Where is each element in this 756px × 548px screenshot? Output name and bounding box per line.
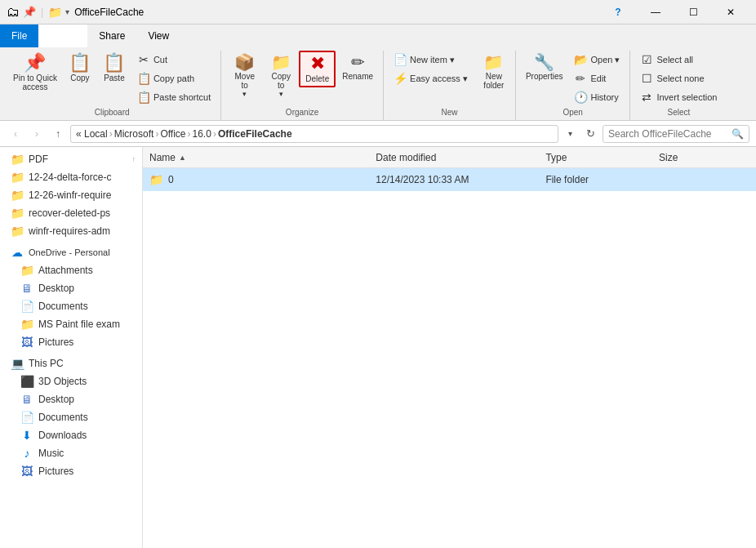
select-all-icon: ☑ (640, 53, 653, 66)
sidebar-item-winfr[interactable]: 📁 12-26-winfr-require (0, 186, 142, 204)
forward-button[interactable]: › (28, 125, 46, 143)
file-name: 0 (168, 174, 174, 185)
sidebar-item-recover[interactable]: 📁 recover-deleted-ps (0, 204, 142, 222)
paste-shortcut-button[interactable]: 📋 Paste shortcut (132, 88, 216, 106)
properties-icon: 🔧 (534, 54, 554, 70)
up-button[interactable]: ↑ (49, 125, 67, 143)
easy-access-button[interactable]: ⚡ Easy access ▾ (389, 69, 473, 87)
downloads-icon: ⬇ (20, 429, 34, 442)
cut-button[interactable]: ✂ Cut (132, 51, 216, 69)
select-none-button[interactable]: ☐ Select none (635, 69, 722, 87)
search-box[interactable]: 🔍 (603, 125, 749, 143)
sidebar-item-label: Desktop (38, 394, 74, 405)
delete-button[interactable]: ✖ Delete (299, 51, 336, 87)
path-sep-2: › (155, 128, 158, 140)
properties-button[interactable]: 🔧 Properties (521, 51, 568, 84)
sidebar-item-onedrive[interactable]: ☁ OneDrive - Personal (0, 243, 142, 261)
rename-button[interactable]: ✏ Rename (337, 51, 378, 84)
help-button[interactable]: ? (599, 0, 637, 25)
sidebar-item-pdf[interactable]: 📁 PDF ↑ (0, 150, 142, 168)
desktop-icon: 🖥 (20, 393, 34, 406)
pictures-icon: 🖼 (20, 465, 34, 478)
sidebar-item-music[interactable]: ♪ Music (0, 444, 142, 462)
edit-icon: ✏ (574, 72, 587, 85)
pin-to-quick-access-button[interactable]: 📌 Pin to Quickaccess (8, 51, 62, 95)
col-type-header[interactable]: Type (545, 152, 659, 163)
select-none-icon: ☐ (640, 72, 653, 85)
quick-access-icon: 📌 (23, 6, 36, 18)
sidebar-item-attachments[interactable]: 📁 Attachments (0, 261, 142, 279)
back-button[interactable]: ‹ (7, 125, 24, 143)
sidebar-item-pictures-pc[interactable]: 🖼 Pictures (0, 462, 142, 480)
title-bar: 🗂 📌 | 📁 ▾ OfficeFileCache ? — ☐ ✕ (0, 0, 756, 25)
copy-path-button[interactable]: 📋 Copy path (132, 69, 216, 87)
move-icon: 📦 (234, 54, 255, 70)
open-label: Open (521, 106, 625, 120)
path-office: Office (160, 128, 185, 140)
desktop-icon: 🖥 (20, 282, 34, 295)
file-date-cell: 12/14/2023 10:33 AM (376, 174, 545, 185)
paste-button[interactable]: 📋 Paste (98, 51, 131, 86)
open-button[interactable]: 📂 Open ▾ (569, 51, 625, 69)
edit-button[interactable]: ✏ Edit (569, 69, 625, 87)
new-folder-button[interactable]: 📁 Newfolder (478, 51, 510, 93)
sidebar-item-delta[interactable]: 📁 12-24-delta-force-c (0, 168, 142, 186)
maximize-button[interactable]: ☐ (674, 0, 712, 25)
close-button[interactable]: ✕ (712, 0, 749, 25)
tab-file[interactable]: File (0, 25, 38, 47)
path-current: OfficeFileCache (218, 128, 292, 140)
clipboard-group: 📌 Pin to Quickaccess 📋 Copy 📋 Paste ✂ Cu… (3, 51, 221, 120)
copy-label: Copy (70, 74, 89, 82)
sidebar-item-3dobjects[interactable]: ⬛ 3D Objects (0, 372, 142, 390)
path-sep-3: › (188, 128, 191, 140)
copy-button[interactable]: 📋 Copy (64, 51, 96, 86)
folder-icon: 📁 (10, 225, 24, 238)
address-dropdown-button[interactable]: ▾ (562, 125, 578, 143)
move-to-button[interactable]: 📦 Moveto (226, 51, 263, 101)
new-label: New (389, 106, 510, 120)
sidebar-item-winfr2[interactable]: 📁 winfr-requires-adm (0, 222, 142, 240)
invert-selection-button[interactable]: ⇄ Invert selection (635, 88, 722, 106)
col-name-header[interactable]: Name ▲ (149, 152, 376, 163)
invert-icon: ⇄ (640, 91, 653, 104)
sidebar-item-downloads[interactable]: ⬇ Downloads (0, 426, 142, 444)
open-label: Open ▾ (590, 55, 620, 65)
copy-path-icon: 📋 (137, 72, 150, 85)
select-none-label: Select none (656, 74, 704, 83)
sidebar-item-desktop-pc[interactable]: 🖥 Desktop (0, 390, 142, 408)
address-bar: ‹ › ↑ « Local › Microsoft › Office › 16.… (0, 121, 756, 147)
refresh-button[interactable]: ↻ (581, 125, 599, 143)
delete-label: Delete (305, 74, 329, 83)
new-folder-label: Newfolder (483, 72, 504, 90)
tab-view[interactable]: View (136, 25, 180, 47)
content-area: Name ▲ Date modified Type Size 📁 0 12/14… (143, 147, 756, 548)
file-row-0[interactable]: 📁 0 12/14/2023 10:33 AM File folder (143, 168, 756, 191)
sidebar-item-mspaint[interactable]: 📁 MS Paint file exam (0, 315, 142, 333)
copy-to-button[interactable]: 📁 Copyto (265, 51, 297, 101)
col-date-header[interactable]: Date modified (376, 152, 545, 163)
title-bar-divider: | (41, 7, 43, 18)
tab-home[interactable]: Home (38, 25, 87, 47)
select-all-button[interactable]: ☑ Select all (635, 51, 722, 69)
sidebar-item-pictures-od[interactable]: 🖼 Pictures (0, 333, 142, 351)
sidebar-item-thispc[interactable]: 💻 This PC (0, 354, 142, 372)
sidebar-item-desktop-od[interactable]: 🖥 Desktop (0, 279, 142, 297)
new-item-label: New item ▾ (410, 55, 455, 65)
tab-share[interactable]: Share (87, 25, 136, 47)
sidebar-item-label: This PC (29, 358, 64, 369)
search-input[interactable] (608, 128, 732, 140)
cut-label: Cut (153, 55, 167, 65)
new-small-group: 📄 New item ▾ ⚡ Easy access ▾ (389, 51, 473, 87)
easy-access-icon: ⚡ (394, 72, 407, 85)
minimize-button[interactable]: — (637, 0, 674, 25)
new-group-content: 📄 New item ▾ ⚡ Easy access ▾ 📁 Newfolder (389, 51, 510, 106)
sidebar-item-documents-pc[interactable]: 📄 Documents (0, 408, 142, 426)
col-size-header[interactable]: Size (659, 152, 749, 163)
history-button[interactable]: 🕐 History (569, 88, 625, 106)
folder-icon-small: 📁 (48, 6, 62, 19)
sidebar-item-documents-od[interactable]: 📄 Documents (0, 297, 142, 315)
address-path[interactable]: « Local › Microsoft › Office › 16.0 › Of… (70, 125, 558, 143)
new-item-button[interactable]: 📄 New item ▾ (389, 51, 473, 69)
file-type-cell: File folder (545, 174, 659, 185)
rename-icon: ✏ (351, 54, 365, 70)
